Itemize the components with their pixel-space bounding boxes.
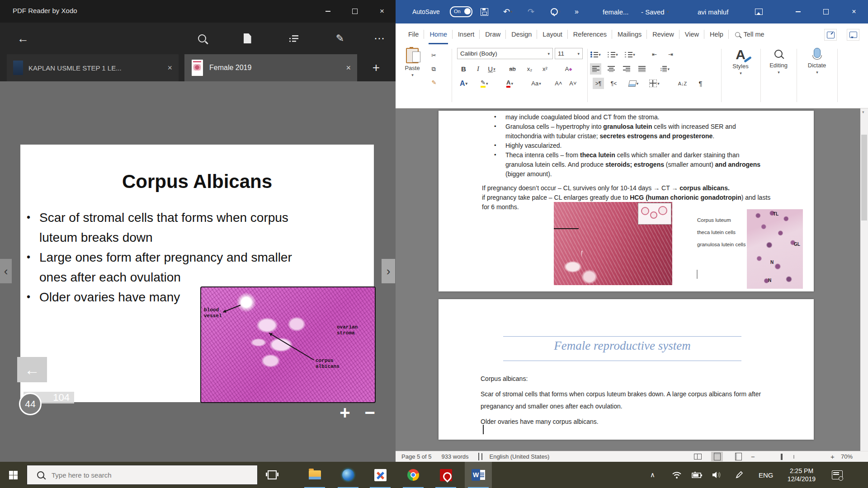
tab-insert[interactable]: Insert bbox=[453, 23, 480, 45]
current-page-indicator[interactable]: 44 bbox=[19, 393, 42, 415]
word-count[interactable]: 933 words bbox=[442, 453, 469, 460]
bold-button[interactable]: B bbox=[458, 63, 469, 75]
pdf-close-button[interactable]: × bbox=[368, 0, 396, 23]
tab-review[interactable]: Review bbox=[647, 23, 679, 45]
corpus-luteum-figure[interactable] bbox=[554, 202, 672, 285]
zoom-in-button[interactable]: + bbox=[335, 403, 355, 422]
word-close-button[interactable]: × bbox=[840, 0, 868, 23]
sort-button[interactable]: A↓Z bbox=[677, 78, 688, 89]
grow-font-button[interactable]: A˄ bbox=[553, 78, 564, 89]
font-color-button[interactable]: A▾ bbox=[504, 78, 515, 89]
taskbar-search[interactable] bbox=[27, 465, 258, 485]
task-view-button[interactable] bbox=[259, 462, 286, 488]
page-count[interactable]: Page 5 of 5 bbox=[401, 453, 432, 460]
multilevel-list-button[interactable]: ▾ bbox=[624, 49, 636, 60]
tab-close-icon[interactable]: × bbox=[346, 63, 351, 73]
paste-button[interactable]: Paste ▾ bbox=[399, 48, 425, 83]
text-effects-button[interactable]: A▾ bbox=[458, 78, 469, 89]
share-button[interactable] bbox=[824, 29, 837, 41]
clear-formatting-button[interactable]: A◆ bbox=[563, 63, 574, 75]
tab-references[interactable]: References bbox=[568, 23, 612, 45]
previous-page-button[interactable]: ‹ bbox=[0, 259, 12, 283]
comments-button[interactable] bbox=[847, 29, 859, 41]
scroll-up-icon[interactable]: ▾ bbox=[862, 110, 864, 114]
highlight-button[interactable]: ✎▾ bbox=[481, 78, 492, 89]
tab-layout[interactable]: Layout bbox=[537, 23, 568, 45]
justify-button[interactable] bbox=[636, 63, 647, 75]
pdf-tab-female2019[interactable]: Female 2019 × bbox=[184, 54, 357, 81]
styles-button[interactable]: A Styles ▾ bbox=[727, 48, 754, 83]
proofing-icon[interactable] bbox=[478, 453, 479, 460]
save-button[interactable] bbox=[481, 0, 488, 23]
subscript-button[interactable]: x₂ bbox=[524, 63, 535, 75]
back-button[interactable]: ← bbox=[10, 23, 36, 54]
font-size-combobox[interactable]: 11▾ bbox=[555, 48, 583, 59]
zoom-slider-thumb[interactable] bbox=[781, 454, 783, 460]
pdf-maximize-button[interactable] bbox=[341, 0, 368, 23]
language-status[interactable]: English (United States) bbox=[489, 453, 549, 460]
editing-button[interactable]: Editing ▾ bbox=[765, 48, 792, 83]
word-maximize-button[interactable] bbox=[812, 0, 840, 23]
battery-button[interactable] bbox=[692, 462, 703, 488]
next-page-button[interactable]: › bbox=[382, 259, 395, 283]
pdf-tab-kaplan[interactable]: KAPLAN USMLE STEP 1 LE... × bbox=[7, 54, 179, 81]
tab-home[interactable]: Home bbox=[424, 23, 453, 45]
search-input[interactable] bbox=[51, 471, 224, 479]
annotate-button[interactable]: ✎ bbox=[327, 23, 353, 54]
touch-mode-button[interactable]: ▾ bbox=[551, 0, 561, 23]
pdf-minimize-button[interactable] bbox=[314, 0, 341, 23]
people-app-button[interactable] bbox=[335, 462, 362, 488]
search-button[interactable] bbox=[189, 23, 215, 54]
lutein-cells-figure[interactable]: TL GL N N bbox=[747, 209, 803, 289]
bullets-button[interactable]: ▾ bbox=[590, 49, 601, 60]
document-page-4[interactable]: •may include coagulated blood and CT fro… bbox=[439, 111, 814, 291]
cut-button[interactable]: ✂ bbox=[428, 50, 439, 61]
ltr-paragraph-button[interactable]: >¶ bbox=[593, 78, 604, 89]
zoom-in-control[interactable]: + bbox=[830, 453, 835, 460]
increase-indent-button[interactable]: ⇥ bbox=[665, 49, 676, 60]
outline-button[interactable] bbox=[281, 23, 307, 54]
strikethrough-button[interactable]: ab bbox=[507, 63, 518, 75]
start-button[interactable] bbox=[0, 462, 27, 488]
word-minimize-button[interactable] bbox=[784, 0, 812, 23]
quick-access-more-button[interactable]: » bbox=[575, 0, 579, 23]
tray-chevron-button[interactable]: ∧ bbox=[650, 462, 655, 488]
tab-file[interactable]: File bbox=[403, 23, 424, 45]
copy-button[interactable]: ⧉ bbox=[428, 63, 439, 75]
volume-button[interactable] bbox=[712, 462, 722, 488]
shrink-font-button[interactable]: A˅ bbox=[567, 78, 579, 89]
read-mode-button[interactable] bbox=[692, 452, 703, 461]
tell-me-box[interactable]: Tell me bbox=[729, 31, 771, 38]
format-painter-button[interactable]: ✎ bbox=[428, 77, 439, 88]
document-page-5[interactable]: Female reproductive system Corpus albica… bbox=[439, 299, 814, 440]
web-layout-button[interactable] bbox=[732, 452, 744, 461]
scrollbar[interactable]: ▾ bbox=[860, 108, 868, 451]
word-taskbar-button[interactable]: W bbox=[465, 462, 492, 488]
scrollbar-thumb[interactable] bbox=[861, 135, 867, 221]
wifi-button[interactable] bbox=[672, 462, 682, 488]
pen-button[interactable] bbox=[735, 462, 743, 488]
zoom-out-control[interactable]: − bbox=[751, 453, 755, 460]
more-options-button[interactable]: ⋯ bbox=[367, 23, 392, 54]
tab-draw[interactable]: Draw bbox=[480, 23, 506, 45]
new-tab-button[interactable]: + bbox=[365, 54, 387, 81]
numbering-button[interactable]: ▾ bbox=[607, 49, 618, 60]
language-button[interactable]: ENG bbox=[759, 462, 774, 488]
chrome-button[interactable] bbox=[400, 462, 427, 488]
rtl-paragraph-button[interactable]: ¶< bbox=[608, 78, 619, 89]
tab-view[interactable]: View bbox=[679, 23, 704, 45]
tab-help[interactable]: Help bbox=[704, 23, 729, 45]
borders-button[interactable]: ▾ bbox=[649, 78, 660, 89]
save-status[interactable]: - Saved ▾ bbox=[641, 0, 669, 23]
tab-mailings[interactable]: Mailings bbox=[612, 23, 647, 45]
xodo-button[interactable] bbox=[367, 462, 394, 488]
dictate-button[interactable]: Dictate ▾ bbox=[804, 48, 830, 83]
show-paragraph-marks-button[interactable]: ¶ bbox=[695, 78, 706, 89]
align-center-button[interactable] bbox=[605, 63, 617, 75]
change-case-button[interactable]: Aa▾ bbox=[528, 78, 544, 89]
print-layout-button[interactable] bbox=[711, 452, 723, 461]
align-right-button[interactable] bbox=[621, 63, 632, 75]
underline-button[interactable]: U▾ bbox=[486, 63, 497, 75]
shading-button[interactable]: ▾ bbox=[628, 78, 639, 89]
ribbon-display-options-button[interactable] bbox=[755, 0, 763, 23]
